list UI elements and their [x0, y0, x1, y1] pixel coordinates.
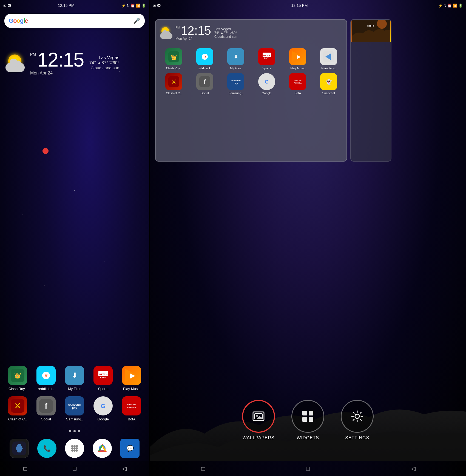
preview-samsung-pay-icon: SAMSUNGpay: [227, 73, 244, 90]
right-phone: ✉ 🖼 12:15 PM ⚡ N ⏰ 📶 🔋 PM 12:15: [150, 0, 466, 476]
preview-bofa-icon: BANK OFAMERICA: [289, 73, 306, 90]
preview-card-main[interactable]: PM 12:15 Mon Apr 24 Las Vegas 74° ▲87° ▽…: [155, 19, 347, 162]
clash-of-clans-label: Clash of C..: [8, 417, 27, 421]
preview-bofa[interactable]: BANK OFAMERICA BofA: [283, 73, 312, 95]
app-bofa[interactable]: BANK OFAMERICA BofA: [120, 396, 144, 421]
reddit-icon: R: [36, 366, 56, 385]
status-right-icons: ⚡ N ⏰ 📶 🔋: [121, 4, 146, 8]
svg-rect-83: [309, 411, 313, 415]
myfiles-icon: ⬇: [65, 366, 84, 385]
svg-text:▶: ▶: [297, 54, 301, 59]
svg-text:R: R: [44, 373, 48, 378]
preview-samsung-pay[interactable]: SAMSUNGpay Samsung..: [221, 73, 250, 95]
app-samsung-pay[interactable]: SAMSUNGpay Samsung..: [62, 396, 87, 421]
app-clash-royale[interactable]: 👑 Clash Roy..: [5, 366, 30, 391]
app-reddit[interactable]: R reddit is f..: [34, 366, 58, 391]
homescreen-preview: PM 12:15 Mon Apr 24 Las Vegas 74° ▲87° ▽…: [150, 14, 466, 167]
weather-icon-left: [5, 53, 27, 72]
svg-rect-70: [292, 76, 303, 87]
widgets-circle[interactable]: [291, 400, 324, 433]
nav-back-right[interactable]: ◁: [411, 465, 416, 472]
mic-icon[interactable]: 🎤: [133, 17, 140, 25]
preview-playmusic[interactable]: ▶ Play Music: [283, 48, 312, 70]
preview-google-label: Google: [262, 91, 271, 95]
settings-button[interactable]: SETTINGS: [341, 400, 374, 440]
dock-messages[interactable]: 💬: [118, 439, 142, 460]
widgets-icon: [301, 409, 315, 423]
status-right-right-icons: ⚡ N ⏰ 📶 🔋: [438, 4, 463, 8]
action-buttons: WALLPAPERS WIDGETS SETTINGS: [150, 400, 466, 440]
app-playmusic[interactable]: ▶ Play Music: [120, 366, 144, 391]
svg-rect-80: [256, 415, 258, 417]
preview-google[interactable]: G Google: [252, 73, 281, 95]
svg-point-34: [71, 447, 73, 449]
nav-back-left[interactable]: ◁: [122, 465, 127, 472]
mail-icon: ✉: [3, 4, 6, 8]
svg-text:AMERICA: AMERICA: [127, 406, 136, 408]
preview-myfiles-icon: ⬇: [227, 48, 244, 65]
settings-circle[interactable]: [341, 400, 374, 433]
playmusic-icon: ▶: [122, 366, 141, 385]
photo-icon: 🖼: [7, 4, 11, 8]
svg-rect-82: [302, 411, 307, 415]
preview-desc: Clouds and sun: [214, 35, 237, 39]
wallpapers-circle[interactable]: [242, 400, 275, 433]
app-facebook[interactable]: f Social: [34, 396, 58, 421]
app-myfiles[interactable]: ⬇ My Files: [62, 366, 87, 391]
g-yellow: o: [17, 17, 20, 24]
svg-text:⚔: ⚔: [172, 79, 176, 85]
svg-point-37: [71, 449, 73, 452]
app-google[interactable]: G Google: [91, 396, 115, 421]
status-bar-left: ✉ 🖼 12:15 PM ⚡ N ⏰ 📶 🔋: [0, 0, 149, 11]
dock-apps[interactable]: [62, 439, 87, 460]
status-bar-right: ✉ 🖼 12:15 PM ⚡ N ⏰ 📶 🔋: [150, 0, 466, 11]
preview-social[interactable]: f Social: [191, 73, 219, 95]
sports-icon: WATCHESPN: [93, 366, 113, 385]
preview-clash-of-clans[interactable]: ⚔ Clash of C..: [160, 73, 188, 95]
preview-sports[interactable]: WATCHESPN Sports: [252, 48, 281, 70]
svg-rect-84: [302, 417, 307, 422]
preview-playmusic-icon: ▶: [289, 48, 306, 65]
app-clash-of-clans[interactable]: ⚔ Clash of C..: [5, 396, 30, 421]
preview-remote[interactable]: Remote F..: [314, 48, 343, 70]
preview-date: Mon Apr 24: [175, 37, 211, 41]
google-icon: G: [93, 396, 113, 415]
battery-icon: 🔋: [141, 4, 146, 8]
wallpapers-label: WALLPAPERS: [243, 435, 275, 440]
playmusic-label: Play Music: [123, 387, 140, 391]
svg-text:BANK OF: BANK OF: [127, 403, 136, 405]
status-time-left: 12:15 PM: [58, 3, 75, 8]
svg-text:KITTY: KITTY: [367, 24, 374, 27]
svg-text:f: f: [204, 78, 206, 85]
dark-app-icon: [10, 439, 29, 458]
preview-myfiles[interactable]: ⬇ My Files: [221, 48, 250, 70]
nav-recent-right[interactable]: ⊏: [200, 465, 205, 472]
nav-home-left[interactable]: □: [73, 465, 76, 472]
preview-remote-label: Remote F..: [321, 67, 336, 70]
preview-clash-royale[interactable]: 👑 Clash Roy..: [160, 48, 188, 70]
facebook-icon: f: [36, 396, 56, 415]
preview-reddit[interactable]: R reddit is f..: [191, 48, 219, 70]
date-left: Mon Apr 24: [30, 71, 84, 76]
settings-label: SETTINGS: [345, 435, 369, 440]
nav-recent-left[interactable]: ⊏: [23, 465, 28, 472]
dock-chrome[interactable]: [90, 439, 114, 460]
wallpapers-button[interactable]: WALLPAPERS: [242, 400, 275, 440]
clash-royale-label: Clash Roy..: [8, 387, 27, 391]
dock-phone[interactable]: 📞: [35, 439, 59, 460]
dock-dark-app[interactable]: [7, 439, 31, 460]
phone-icon: 📞: [37, 439, 56, 458]
widgets-button[interactable]: WIDGETS: [291, 400, 324, 440]
app-sports[interactable]: WATCHESPN Sports: [91, 366, 115, 391]
nav-home-right[interactable]: □: [306, 465, 310, 472]
preview-card-side[interactable]: KITTY: [350, 19, 391, 162]
svg-point-33: [76, 445, 78, 447]
svg-text:G: G: [265, 79, 269, 85]
google-search-bar[interactable]: Google 🎤: [4, 14, 145, 28]
preview-snapchat[interactable]: 👻 Snapchat: [314, 73, 343, 95]
svg-text:SAMSUNG: SAMSUNG: [68, 403, 81, 406]
svg-point-35: [73, 447, 76, 449]
g-red2: e: [25, 17, 28, 24]
svg-text:▶: ▶: [130, 372, 135, 379]
city-left: Las Vegas: [89, 55, 119, 60]
